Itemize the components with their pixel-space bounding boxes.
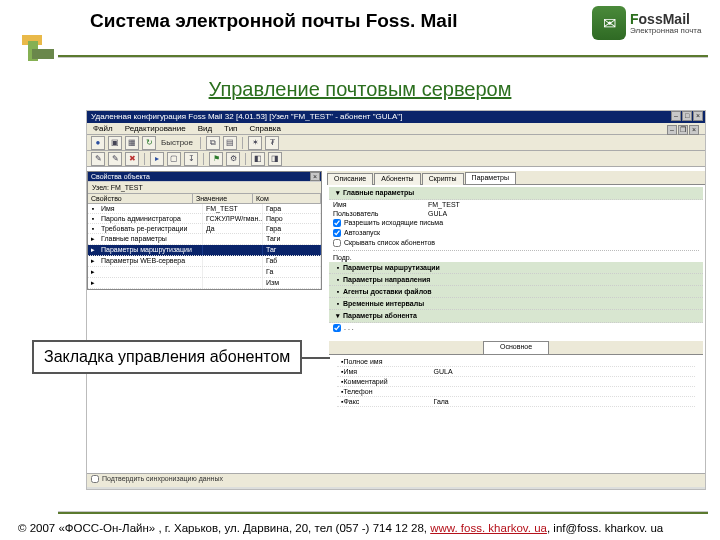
field-node: ИмяFM_TEST (329, 200, 703, 209)
detail-tabs: Описание Абоненты Скрипты Параметры (327, 171, 705, 185)
field-row: ▪Телефон (337, 387, 695, 397)
expand-icon[interactable]: ▾ (333, 189, 343, 197)
close-icon[interactable]: × (693, 111, 703, 121)
section-routing: ▪Параметры маршрутизации (329, 262, 703, 274)
tool-icon[interactable]: ✎ (108, 152, 122, 166)
annotation-callout: Закладка управления абонентом (32, 340, 302, 374)
menu-type[interactable]: Тип (224, 124, 237, 133)
footer: © 2007 «ФОСС-Он-Лайн» , г. Харьков, ул. … (0, 522, 720, 534)
tool-icon[interactable]: ✎ (91, 152, 105, 166)
tool-icon[interactable]: ◧ (251, 152, 265, 166)
tool-delete-icon[interactable]: ✖ (125, 152, 139, 166)
tab-scripts[interactable]: Скрипты (422, 173, 464, 185)
menu-view[interactable]: Вид (198, 124, 212, 133)
checkbox-outgoing[interactable] (333, 219, 341, 227)
prop-row[interactable]: ▪Требовать ре-регистрацииДаГара (88, 224, 321, 234)
slide-subtitle: Управление почтовым сервером (0, 78, 720, 101)
panel-title[interactable]: Свойства объекта × (88, 172, 321, 181)
tab-subscribers[interactable]: Абоненты (374, 173, 420, 185)
inner-minimize-icon[interactable]: – (667, 125, 677, 135)
toolbar-1: ● ▣ ▦ ↻ Быстрое ⧉ ▤ ✶ ₮ (87, 135, 705, 151)
tab-params[interactable]: Параметры (465, 172, 516, 184)
maximize-icon[interactable]: □ (682, 111, 692, 121)
inner-tab-main[interactable]: Основное (483, 341, 549, 354)
tool-icon[interactable]: ▸ (150, 152, 164, 166)
field-user: ПользовательGULA (329, 209, 703, 218)
tool-icon[interactable]: ◨ (268, 152, 282, 166)
field-row: ▪Полное имя (337, 357, 695, 367)
checkbox-hide-list[interactable] (333, 239, 341, 247)
checkbox-confirm-sync[interactable] (91, 475, 99, 483)
tool-icon[interactable]: ⚑ (209, 152, 223, 166)
grid-header: Свойство Значение Ком (88, 193, 321, 204)
checkbox-param[interactable] (333, 324, 341, 332)
menu-edit[interactable]: Редактирование (125, 124, 186, 133)
prop-row[interactable]: ▸Главные параметрыТаги (88, 234, 321, 245)
section-icon: ▪ (333, 264, 343, 271)
field-row: ▪ИмяGULA (337, 367, 695, 377)
field-row: ▪ФаксГала (337, 397, 695, 407)
tool-icon[interactable]: ▦ (125, 136, 139, 150)
prop-row[interactable]: ▸Изм (88, 278, 321, 289)
app-window: Удаленная конфигурация Foss Mail 32 [4.0… (86, 110, 706, 490)
field-row: ▪Комментарий (337, 377, 695, 387)
menubar[interactable]: Файл Редактирование Вид Тип Справка (87, 123, 705, 135)
tool-icon[interactable]: ↧ (184, 152, 198, 166)
section-icon: ▪ (333, 300, 343, 307)
subscriber-fields: ▪Полное имя ▪ИмяGULA ▪Комментарий ▪Телеф… (329, 355, 703, 409)
properties-panel: Свойства объекта × Узел: FM_TEST Свойств… (87, 171, 322, 290)
prop-row[interactable]: ▸Параметры WEB-сервераГаб (88, 256, 321, 267)
expand-icon[interactable]: ▾ (333, 312, 343, 320)
mail-icon (592, 6, 626, 40)
panel-subtitle: Узел: FM_TEST (88, 181, 321, 193)
inner-restore-icon[interactable]: ❐ (678, 125, 688, 135)
prop-row[interactable]: ▪ИмяFM_TESTГара (88, 204, 321, 214)
section-icon: ▪ (333, 276, 343, 283)
toolbar-label: Быстрое (159, 138, 195, 147)
logo: FossMail Электронная почта (592, 6, 702, 40)
inner-tabs: Основное (329, 341, 703, 355)
menu-help[interactable]: Справка (249, 124, 280, 133)
tool-icon[interactable]: ⧉ (206, 136, 220, 150)
section-icon: ▪ (333, 288, 343, 295)
titlebar[interactable]: Удаленная конфигурация Foss Mail 32 [4.0… (87, 111, 705, 123)
tool-icon[interactable]: ▢ (167, 152, 181, 166)
toolbar-2: ✎ ✎ ✖ ▸ ▢ ↧ ⚑ ⚙ ◧ ◨ (87, 151, 705, 167)
prop-row[interactable]: ▸Га (88, 267, 321, 278)
footer-link[interactable]: www. foss. kharkov. ua (430, 522, 547, 534)
statusbar: Подтвердить синхронизацию данных (87, 473, 705, 487)
tool-refresh-icon[interactable]: ↻ (142, 136, 156, 150)
tool-icon[interactable]: ● (91, 136, 105, 150)
detail-area: Описание Абоненты Скрипты Параметры ▾Гла… (327, 171, 705, 487)
minimize-icon[interactable]: – (671, 111, 681, 121)
section-agents: ▪Агенты доставки файлов (329, 286, 703, 298)
section-subscriber-params: ▾Параметры абонента (329, 310, 703, 323)
tool-icon[interactable]: ⚙ (226, 152, 240, 166)
prop-row[interactable]: ▪Пароль администратораГСЖУЛРW/гман...Пар… (88, 214, 321, 224)
prop-row-selected[interactable]: ▸Параметры маршрутизацииТаг (88, 245, 321, 256)
tab-description[interactable]: Описание (327, 173, 373, 185)
tool-icon[interactable]: ✶ (248, 136, 262, 150)
more-link[interactable]: Подр. (329, 253, 703, 262)
menu-file[interactable]: Файл (93, 124, 113, 133)
inner-close-icon[interactable]: × (689, 125, 699, 135)
tool-icon[interactable]: ▣ (108, 136, 122, 150)
tool-icon[interactable]: ▤ (223, 136, 237, 150)
slide-title: Система электронной почты Foss. Mail (90, 10, 590, 32)
tool-icon[interactable]: ₮ (265, 136, 279, 150)
section-main-params: ▾Главные параметры (329, 187, 703, 200)
section-direction: ▪Параметры направления (329, 274, 703, 286)
decorative-color-block (22, 35, 50, 63)
checkbox-autostart[interactable] (333, 229, 341, 237)
panel-close-icon[interactable]: × (310, 172, 320, 181)
section-intervals: ▪Временные интервалы (329, 298, 703, 310)
